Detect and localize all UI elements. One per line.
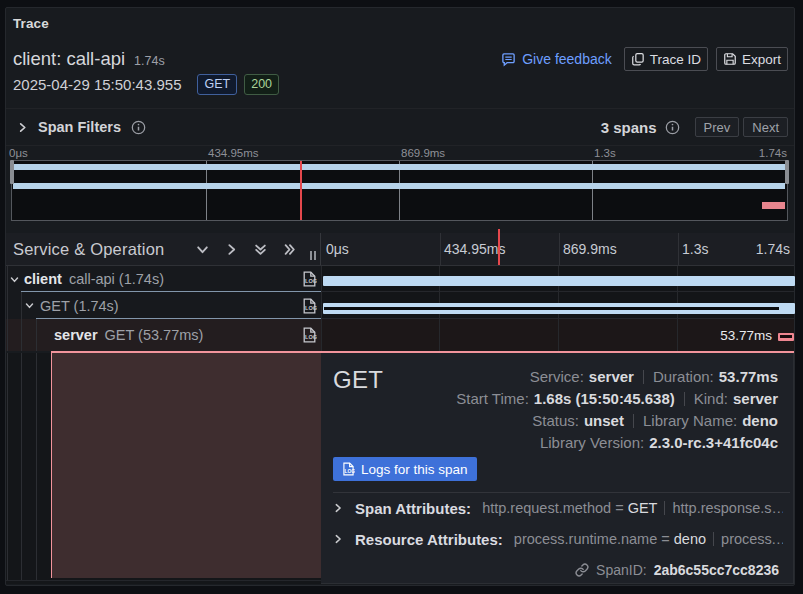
grip-bar [310, 251, 312, 260]
timeline-tick: 1.74s [756, 241, 790, 257]
timeline-gridline [677, 319, 678, 351]
method-badge: GET [197, 74, 237, 95]
timeline-cursor-line [498, 229, 500, 265]
span-row-label: GET (1.74s) [40, 292, 119, 319]
span-row-name-column: server GET (53.77ms) LOG [6, 319, 321, 351]
meta-value: server [589, 368, 634, 385]
svg-text:LOG: LOG [345, 469, 355, 474]
minimap-cursor-line [300, 161, 302, 220]
attr-eq: = [661, 531, 669, 547]
meta-value: 2.3.0-rc.3+41fc04c [649, 434, 778, 451]
span-filters-label: Span Filters [38, 119, 121, 135]
export-button[interactable]: Export [716, 47, 788, 71]
service-operation-header: Service & Operation [13, 240, 164, 259]
attr-separator [664, 501, 665, 515]
indent-guide [7, 319, 8, 351]
span-row-timeline [321, 266, 794, 292]
table-header-left: Service & Operation [6, 233, 321, 265]
span-count: 3 spans [601, 119, 657, 136]
give-feedback-link[interactable]: Give feedback [501, 51, 612, 67]
detail-operation-title: GET [333, 366, 383, 394]
span-detail-panel: GET Service:serverDuration:53.77ms Start… [321, 353, 794, 584]
minimap-scrubber-right[interactable] [785, 160, 789, 184]
detail-meta-line: Status:unsetLibrary Name:deno [456, 410, 778, 432]
minimap-gridline [206, 161, 207, 220]
double-chevron-right-icon[interactable] [283, 243, 296, 256]
span-service: server [54, 327, 98, 343]
next-span-button[interactable]: Next [743, 117, 788, 137]
trace-panel: Trace client: call-api 1.74s 2025-04-29 … [5, 7, 795, 586]
indent-guide [21, 353, 22, 580]
minimap-span-bar-server [762, 202, 785, 209]
chevron-down-icon[interactable] [25, 301, 34, 310]
trace-title-row: client: call-api 1.74s [13, 48, 165, 72]
meta-label: Library Version: [540, 434, 644, 451]
logs-for-span-button[interactable]: LOG Logs for this span [333, 457, 477, 481]
link-icon[interactable] [575, 563, 589, 577]
detail-meta-line: Start Time:1.68s (15:50:45.638)Kind:serv… [456, 388, 778, 410]
minimap-span-bar-get [13, 183, 785, 189]
meta-separator [643, 370, 644, 384]
span-filters-toggle[interactable]: Span Filters [17, 109, 146, 145]
chevron-right-icon[interactable] [225, 243, 238, 256]
span-row-label: server GET (53.77ms) [54, 319, 203, 351]
divider [6, 145, 794, 146]
info-icon[interactable] [665, 120, 680, 135]
span-attributes-label: Span Attributes: [355, 500, 471, 517]
prev-span-button[interactable]: Prev [695, 117, 740, 137]
span-operation: GET (53.77ms) [105, 327, 204, 343]
critical-path-stripe [780, 335, 793, 338]
span-row-server[interactable]: server GET (53.77ms) LOG 53.77ms [6, 319, 794, 351]
divider [333, 492, 790, 493]
span-service: client [24, 271, 62, 287]
span-attributes-row[interactable]: Span Attributes: http.request.method = G… [333, 499, 783, 517]
span-bar-server[interactable] [778, 333, 794, 342]
meta-value: unset [584, 412, 624, 429]
column-resize-grip[interactable] [310, 251, 316, 260]
attr-value: GET [628, 500, 658, 516]
indent-guide [7, 292, 8, 319]
log-icon[interactable]: LOG [302, 298, 317, 314]
span-row-get[interactable]: GET (1.74s) LOG [6, 292, 794, 319]
span-row-name-column: GET (1.74s) LOG [6, 292, 321, 319]
meta-value: server [733, 390, 778, 407]
double-chevron-down-icon[interactable] [254, 243, 267, 256]
chevron-down-icon[interactable] [196, 243, 209, 256]
log-icon[interactable]: LOG [302, 327, 317, 343]
span-bar-get[interactable] [323, 303, 795, 314]
row-border [6, 580, 321, 581]
span-duration-label: 53.77ms [720, 319, 772, 351]
timeline-gridline [439, 319, 440, 351]
log-icon[interactable]: LOG [302, 271, 317, 287]
minimap-span-bar-client [13, 164, 785, 170]
timeline-gridline [558, 319, 559, 351]
detail-span-highlight [51, 353, 322, 578]
grip-bar [314, 251, 316, 260]
span-rows: client call-api (1.74s) LOG [6, 266, 794, 351]
meta-label: Start Time: [456, 390, 529, 407]
trace-duration: 1.74s [134, 54, 165, 68]
trace-id-button[interactable]: Trace ID [624, 47, 708, 71]
trace-id-label: Trace ID [650, 52, 701, 67]
span-bar-client[interactable] [323, 276, 795, 286]
trace-meta-row: 2025-04-29 15:50:43.955 GET 200 [13, 73, 279, 95]
trace-title: client: call-api [13, 48, 125, 70]
chevron-down-icon[interactable] [10, 275, 19, 284]
span-row-timeline [321, 292, 794, 319]
timeline-minimap[interactable] [11, 160, 788, 221]
span-row-client[interactable]: client call-api (1.74s) LOG [6, 266, 794, 292]
detail-meta-line: Service:serverDuration:53.77ms [456, 366, 778, 388]
info-icon[interactable] [131, 120, 146, 135]
attr-key: process.runtime.name [514, 531, 657, 547]
svg-text:LOG: LOG [305, 305, 317, 311]
resource-attributes-row[interactable]: Resource Attributes: process.runtime.nam… [333, 530, 783, 548]
minimap-scrubber-left[interactable] [10, 160, 14, 184]
timeline-gridline [559, 233, 560, 265]
trace-timestamp: 2025-04-29 15:50:43.955 [13, 76, 181, 93]
panel-title: Trace [13, 16, 49, 31]
span-navigation: 3 spans Prev Next [601, 109, 788, 145]
timeline-tick: 0μs [326, 241, 349, 257]
svg-text:LOG: LOG [305, 334, 317, 340]
meta-label: Status: [532, 412, 579, 429]
indent-guide [36, 319, 37, 351]
